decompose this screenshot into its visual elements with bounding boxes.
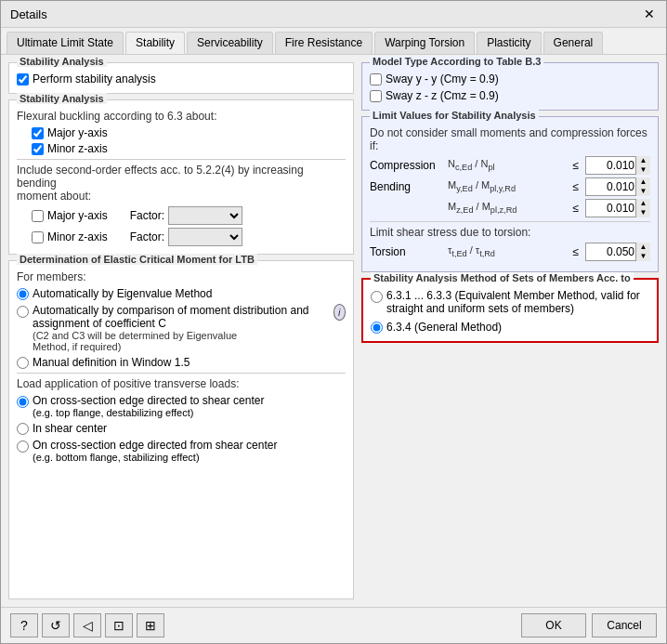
dialog-title: Details	[10, 7, 47, 21]
sway-y-checkbox[interactable]	[370, 73, 382, 85]
compression-down[interactable]: ▼	[635, 165, 650, 175]
perform-stability-checkbox[interactable]	[17, 73, 29, 85]
torsion-spin-btns: ▲ ▼	[635, 243, 650, 261]
cross-edge-radio[interactable]	[17, 396, 29, 408]
sway-z-label[interactable]: Sway z - z (Cmz = 0.9)	[370, 89, 650, 102]
copy-button[interactable]: ⊡	[105, 613, 133, 637]
tab-ultimate-limit-state[interactable]: Ultimate Limit State	[7, 32, 124, 54]
ltb-group: Determination of Elastic Critical Moment…	[8, 260, 354, 599]
tab-stability[interactable]: Stability	[125, 32, 185, 54]
bending-spin-btns: ▲ ▼	[635, 177, 650, 196]
bending-leq: ≤	[569, 180, 582, 193]
paste-button[interactable]: ⊞	[137, 613, 164, 637]
ltb-title: Determination of Elastic Critical Moment…	[17, 254, 257, 265]
perform-stability-checkbox-label[interactable]: Perform stability analysis	[17, 72, 346, 85]
flexural-label: Flexural buckling according to 6.3 about…	[17, 110, 346, 123]
torsion-up[interactable]: ▲	[635, 243, 650, 252]
major-y2-checkbox[interactable]	[32, 210, 44, 222]
bending-formula: My,Ed / Mpl,y,Rd	[448, 179, 566, 193]
auto-comparison-radio[interactable]	[17, 306, 29, 318]
torsion-label: Torsion	[370, 245, 444, 258]
auto-eigenvalue-radio[interactable]	[17, 288, 29, 300]
flexural-options: Major y-axis Minor z-axis	[17, 126, 346, 155]
compression-spin-btns: ▲ ▼	[635, 156, 650, 175]
bottom-actions: OK Cancel	[521, 613, 657, 637]
cancel-button[interactable]: Cancel	[592, 613, 657, 637]
shear-center-label[interactable]: In shear center	[17, 422, 346, 435]
second-order-options: Major y-axis Factor: Minor z-axis Factor…	[17, 206, 346, 246]
left-panel: Stability Analysis Perform stability ana…	[8, 62, 354, 599]
minor-z-axis-label[interactable]: Minor z-axis	[32, 142, 346, 155]
minor-z2-checkbox[interactable]	[32, 231, 44, 243]
limit-title: Limit Values for Stability Analysis	[370, 110, 539, 121]
load-app-label: Load application of positive transverse …	[17, 377, 346, 390]
auto-comparison-text: Automatically by comparison of moment di…	[33, 304, 330, 352]
compression-formula: Nc,Ed / Npl	[448, 158, 566, 172]
shear-center-radio[interactable]	[17, 423, 29, 435]
tab-general[interactable]: General	[543, 32, 604, 54]
close-button[interactable]: ✕	[642, 7, 657, 21]
stability-analysis2-title: Stability Analysis	[17, 93, 107, 104]
limit-values-group: Limit Values for Stability Analysis Do n…	[361, 116, 659, 272]
stability-analysis-group2: Stability Analysis Flexural buckling acc…	[8, 99, 354, 255]
model-type-group: Model Type According to Table B.3 Sway y…	[361, 62, 659, 111]
dialog: Details ✕ Ultimate Limit State Stability…	[0, 0, 667, 644]
torsion-row: Torsion τt,Ed / τt,Rd ≤ 0.050 ▲ ▼	[370, 243, 650, 261]
title-bar: Details ✕	[1, 1, 666, 28]
method-group: Stability Analysis Method of Sets of Mem…	[361, 278, 659, 343]
bending2-down[interactable]: ▼	[635, 208, 650, 217]
back-button[interactable]: ◁	[73, 613, 101, 637]
tab-fire-resistance[interactable]: Fire Resistance	[275, 32, 373, 54]
factor-label1: Factor:	[130, 209, 164, 222]
tab-bar: Ultimate Limit State Stability Serviceab…	[1, 28, 666, 55]
stability-analysis-title: Stability Analysis	[17, 56, 107, 67]
major-y-axis-checkbox[interactable]	[32, 127, 44, 139]
manual-radio[interactable]	[17, 357, 29, 369]
bending2-spin: 0.010 ▲ ▼	[585, 199, 650, 217]
help-button[interactable]: ?	[10, 613, 38, 637]
compression-label: Compression	[370, 159, 444, 172]
auto-eigenvalue-label[interactable]: Automatically by Eigenvalue Method	[17, 287, 346, 300]
tab-warping-torsion[interactable]: Warping Torsion	[374, 32, 475, 54]
major-y-axis-label[interactable]: Major y-axis	[32, 126, 346, 139]
compression-up[interactable]: ▲	[635, 156, 650, 165]
bending2-formula: Mz,Ed / Mpl,z,Rd	[448, 201, 566, 215]
bending-label: Bending	[370, 180, 444, 193]
method2-label[interactable]: 6.3.4 (General Method)	[371, 321, 649, 334]
manual-label[interactable]: Manual definition in Window 1.5	[17, 356, 346, 369]
bending2-up[interactable]: ▲	[635, 199, 650, 208]
cross-edge-text: On cross-section edge directed to shear …	[33, 394, 264, 418]
factor-label2: Factor:	[130, 230, 164, 243]
reset-button[interactable]: ↺	[42, 613, 70, 637]
torsion-leq: ≤	[569, 245, 582, 258]
sway-z-checkbox[interactable]	[370, 90, 382, 102]
tab-serviceability[interactable]: Serviceability	[187, 32, 273, 54]
torsion-sub: Limit shear stress due to torsion:	[370, 226, 650, 239]
bending2-spin-btns: ▲ ▼	[635, 199, 650, 217]
method1-label: 6.3.1 ... 6.3.3 (Equivalent Member Metho…	[386, 289, 649, 315]
load-radio-group: On cross-section edge directed to shear …	[17, 394, 346, 463]
torsion-spin: 0.050 ▲ ▼	[585, 243, 650, 261]
tab-plasticity[interactable]: Plasticity	[477, 32, 541, 54]
major-y2-label: Major y-axis	[47, 209, 108, 222]
info-icon[interactable]: i	[334, 304, 347, 321]
minor-factor-select[interactable]	[168, 228, 242, 246]
bending-up[interactable]: ▲	[635, 177, 650, 187]
method1-radio[interactable]	[371, 291, 383, 303]
bottom-bar: ? ↺ ◁ ⊡ ⊞ OK Cancel	[1, 607, 666, 643]
perform-label: Perform stability analysis	[33, 72, 156, 85]
bending-down[interactable]: ▼	[635, 187, 650, 196]
compression-row: Compression Nc,Ed / Npl ≤ 0.010 ▲ ▼	[370, 156, 650, 175]
bending2-leq: ≤	[569, 202, 582, 215]
main-content: Stability Analysis Perform stability ana…	[1, 55, 666, 607]
for-members-label: For members:	[17, 270, 346, 283]
right-panel: Model Type According to Table B.3 Sway y…	[361, 62, 659, 599]
ok-button[interactable]: OK	[521, 613, 586, 637]
limit-description: Do not consider small moments and compre…	[370, 126, 650, 152]
method2-radio[interactable]	[371, 322, 383, 334]
cross-edge2-radio[interactable]	[17, 440, 29, 453]
minor-z-axis-checkbox[interactable]	[32, 143, 44, 155]
major-factor-select[interactable]	[168, 206, 242, 225]
sway-y-label[interactable]: Sway y - y (Cmy = 0.9)	[370, 72, 650, 85]
torsion-down[interactable]: ▼	[635, 252, 650, 261]
